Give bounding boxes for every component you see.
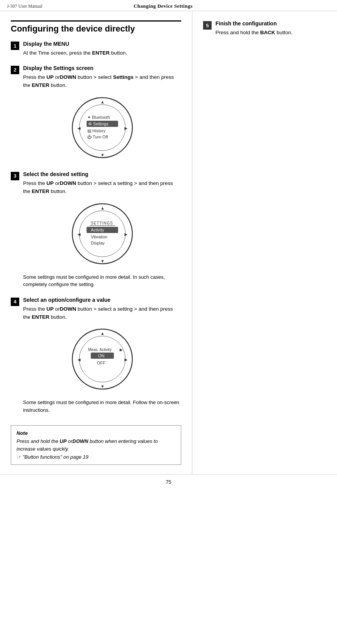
svg-text:Display: Display	[91, 241, 105, 245]
page-number: 75	[166, 479, 171, 485]
step-5-title: Finish the configuration	[215, 20, 326, 27]
note-box: Note Press and hold the UP orDOWN button…	[11, 425, 181, 465]
step-4-title: Select an option/configure a value	[23, 297, 181, 303]
svg-point-24	[79, 336, 125, 382]
step-1-content: Display the MENU At the Time screen, pre…	[23, 41, 181, 61]
left-column: Configuring the device directly 1 Displa…	[0, 11, 192, 474]
svg-text:►: ►	[123, 357, 128, 363]
step-3-block: 3 Select the desired setting Press the U…	[11, 171, 181, 293]
svg-text:Vibration: Vibration	[91, 235, 107, 239]
step-5-desc: Press and hold the BACK button.	[215, 29, 326, 37]
step-5-number: 5	[203, 21, 212, 30]
step-4-content: Select an option/configure a value Press…	[23, 297, 181, 419]
svg-text:OFF: OFF	[97, 361, 105, 365]
page-footer: 75	[0, 474, 337, 489]
note-link: "Button functions" on page 19	[17, 454, 175, 460]
page-content: Configuring the device directly 1 Displa…	[0, 11, 337, 474]
step-4-block: 4 Select an option/configure a value Pre…	[11, 297, 181, 419]
section-title: Configuring the device directly	[11, 20, 181, 34]
step-4-number: 4	[11, 298, 19, 306]
step-1-title: Display the MENU	[23, 41, 181, 47]
step-4-desc: Press the UP orDOWN button > select a se…	[23, 305, 181, 321]
svg-text:Meas. Activity: Meas. Activity	[88, 348, 112, 352]
svg-text:ON: ON	[98, 353, 105, 358]
svg-point-1	[79, 105, 125, 151]
step-4-sub-note: Some settings must be configured in more…	[23, 399, 181, 414]
step-3-desc: Press the UP orDOWN button > select a se…	[23, 180, 181, 196]
step-5-content: Finish the configuration Press and hold …	[215, 20, 326, 41]
header-center: Changing Device Settings	[133, 3, 193, 9]
svg-text:Activity: Activity	[91, 228, 104, 232]
step-2-title: Display the Settings screen	[23, 65, 181, 71]
svg-point-12	[79, 211, 125, 257]
svg-text:▤ History: ▤ History	[87, 128, 106, 133]
meas-activity-diagram: ◄ ► Meas. Activity ▶ ON OFF ▲	[23, 326, 181, 392]
step-2-desc: Press the UP orDOWN button > select Sett…	[23, 73, 181, 90]
step-1-number: 1	[11, 42, 19, 50]
note-title: Note	[17, 430, 175, 436]
step-2-block: 2 Display the Settings screen Press the …	[11, 65, 181, 167]
svg-text:▼: ▼	[100, 384, 105, 389]
step-5-block: 5 Finish the configuration Press and hol…	[203, 20, 326, 41]
svg-text:▶: ▶	[120, 348, 123, 352]
step-3-content: Select the desired setting Press the UP …	[23, 171, 181, 293]
step-2-content: Display the Settings screen Press the UP…	[23, 65, 181, 167]
step-2-number: 2	[11, 66, 19, 74]
svg-text:◄: ◄	[77, 231, 82, 237]
svg-text:►: ►	[123, 231, 128, 237]
svg-text:►: ►	[123, 125, 128, 131]
svg-text:▼: ▼	[100, 153, 105, 157]
svg-text:◄: ◄	[77, 125, 82, 131]
bluetooth-menu-diagram: ◄ ► ✦ Bluetooth ⚙ Settings ▤ History ⏻ T…	[23, 95, 181, 160]
svg-text:▲: ▲	[100, 331, 105, 336]
step-3-title: Select the desired setting	[23, 171, 181, 177]
settings-menu-diagram: ◄ ► SETTINGS Activity Vibration	[23, 201, 181, 266]
page-header: J-307 User Manual Changing Device Settin…	[0, 0, 337, 11]
svg-text:⏻ Turn Off: ⏻ Turn Off	[87, 135, 108, 139]
right-column: 5 Finish the configuration Press and hol…	[192, 11, 337, 474]
step-3-sub-note: Some settings must be configured in more…	[23, 273, 181, 288]
step-1-desc: At the Time screen, press the ENTER butt…	[23, 49, 181, 57]
svg-text:▲: ▲	[100, 100, 105, 104]
step-1-block: 1 Display the MENU At the Time screen, p…	[11, 41, 181, 61]
svg-text:◄: ◄	[77, 357, 82, 363]
svg-text:▼: ▼	[100, 259, 105, 263]
svg-text:SETTINGS: SETTINGS	[91, 221, 113, 225]
header-left: J-307 User Manual	[7, 3, 42, 9]
svg-text:▲: ▲	[100, 206, 105, 210]
note-body: Press and hold the UP orDOWN button when…	[17, 438, 175, 453]
svg-text:⚙ Settings: ⚙ Settings	[88, 121, 108, 126]
svg-text:✦ Bluetooth: ✦ Bluetooth	[87, 115, 110, 120]
step-3-number: 3	[11, 172, 19, 180]
